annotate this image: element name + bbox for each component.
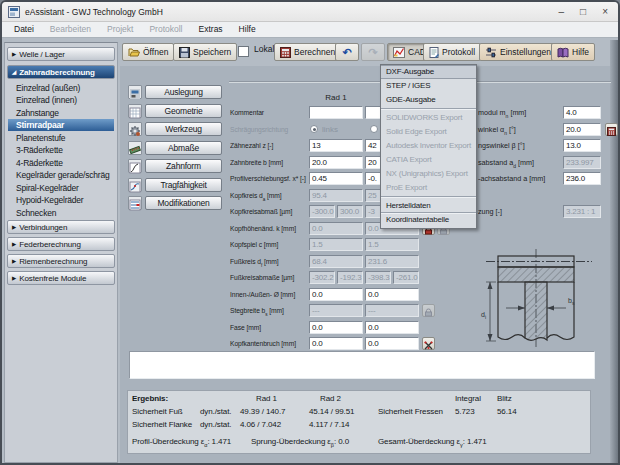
fase-rad2-field[interactable]: 0.0 (365, 321, 419, 334)
results-header-integral: Integral (455, 394, 481, 403)
menu-item-solid-edge-export: Solid Edge Export (381, 125, 476, 139)
zaehnezahl-rad1-field[interactable]: 13 (309, 139, 363, 152)
schraegungsrichtung-label: Schrägungsrichtung (230, 123, 288, 136)
sicherheit-fuss-rad2-value: 45.14 / 99.51 (309, 407, 354, 416)
fusskreisabmasse-rad2-upper-field: -398.3 (365, 271, 391, 284)
kopfkantenbruch-rad2-field[interactable]: 0.0 (365, 337, 419, 350)
menu-datei[interactable]: Datei (6, 22, 42, 37)
menu-hilfe[interactable]: Hilfe (231, 22, 264, 37)
sicherheit-flanke-mode: dyn./stat. (200, 420, 231, 429)
sidebar-group-welle-lager[interactable]: ▶Welle / Lager (7, 47, 115, 61)
calculate-button[interactable]: Berechnen (274, 43, 341, 61)
nav-geometrie-button[interactable]: Geometrie (145, 104, 222, 118)
zahnbreite-rad1-field[interactable]: 20.0 (309, 156, 363, 169)
sidebar-item-4-raederkette[interactable]: 4-Räderkette (8, 157, 114, 169)
sidebar-item-3-raederkette[interactable]: 3-Räderkette (8, 144, 114, 156)
undo-icon: ↶ (342, 45, 351, 60)
menu-item-step-iges[interactable]: STEP / IGES (381, 79, 476, 93)
eingriffswinkel-calculator-button[interactable] (605, 123, 618, 136)
open-button[interactable]: Öffnen (122, 43, 174, 61)
kommentar-rad1-field[interactable] (309, 106, 363, 119)
betriebsachsabstand-label: -achsabstand a [mm] (478, 172, 545, 185)
sidebar-item-planetenstufe[interactable]: Planetenstufe (8, 132, 114, 144)
kopfkreis-label: Kopfkreis da [mm] (230, 189, 282, 206)
sidebar-item-einzelrad-aussen[interactable]: Einzelrad (außen) (8, 82, 114, 94)
sidebar-group-federberechnung[interactable]: ▶Federberechnung (7, 237, 115, 251)
sidebar-group-verbindungen[interactable]: ▶Verbindungen (7, 220, 115, 234)
normalmodul-label: modul mn [mm] (478, 106, 526, 123)
save-button[interactable]: Speichern (173, 43, 237, 61)
undo-button[interactable]: ↶ (335, 43, 359, 61)
collapsed-arrow-icon: ▶ (12, 241, 16, 247)
kopfkreisabmass-rad1-upper-field: -300.0 (309, 205, 335, 218)
kopfspiel-rad2-field: 1.5 (365, 238, 419, 251)
sidebar-item-zahnstange[interactable]: Zahnstange (8, 107, 114, 119)
kopfkantenbruch-detail-button[interactable] (422, 337, 435, 350)
nav-tragfaehigkeit-button[interactable]: Tragfähigkeit (145, 178, 222, 192)
window-right-shade (610, 40, 618, 465)
sidebar-item-einzelrad-innen[interactable]: Einzelrad (innen) (8, 94, 114, 106)
sidebar-item-schnecken[interactable]: Schnecken (8, 207, 114, 219)
tragfaehigkeit-icon (128, 178, 142, 192)
nav-auslegung-button[interactable]: Auslegung (145, 85, 222, 99)
profilverschiebung-label: Profilverschiebungsf. x* [-] (230, 172, 306, 185)
profilverschiebung-rad1-field[interactable]: 0.45 (309, 172, 363, 185)
uebersetzung-field: 3.231 : 1 (563, 205, 601, 218)
menu-item-autodesk-inventor-export: Autodesk Inventor Export (381, 139, 476, 153)
schraegungswinkel-field[interactable]: 13.0 (563, 139, 601, 152)
results-panel: Ergebnis: Rad 1 Rad 2 Integral Blitz Sic… (127, 390, 591, 454)
sidebar-item-stirnradpaar[interactable]: Stirnradpaar (8, 119, 114, 131)
local-checkbox[interactable] (238, 46, 249, 57)
sicherheit-flanke-rad1-value: 4.06 / 7.042 (240, 420, 281, 429)
menu-item-koordinatentabelle[interactable]: Koordinatentabelle (381, 213, 476, 227)
menu-separator (381, 196, 476, 197)
nav-werkzeug-button[interactable]: Werkzeug (145, 122, 222, 136)
kopfkantenbruch-rad1-field[interactable]: 0.0 (309, 337, 363, 350)
sicherheit-fressen-integral-value: 5.723 (455, 407, 475, 416)
protocol-button[interactable]: Protokoll (423, 43, 481, 61)
menu-extras[interactable]: Extras (191, 22, 231, 37)
fusskreisabmasse-label: Fußkreisabmaße [µm] (230, 271, 294, 284)
innen-aussen-rad1-field[interactable]: 0.0 (309, 288, 363, 301)
sidebar-item-spiral-kegelraeder[interactable]: Spiral-Kegelräder (8, 182, 114, 194)
eingriffswinkel-field[interactable]: 20.0 (563, 123, 601, 136)
sidebar-item-hypoid-kegelraeder[interactable]: Hypoid-Kegelräder (8, 194, 114, 206)
betriebsachsabstand-field[interactable]: 236.0 (563, 172, 601, 185)
inner-diameter-dimension-label: di (481, 311, 486, 320)
zaehnezahl-label: Zähnezahl z [-] (230, 139, 273, 152)
fusskreisabmasse-rad1-upper-field: -302.2 (309, 271, 335, 284)
minimize-button[interactable]: – (559, 3, 565, 21)
help-button[interactable]: Hilfe (551, 43, 595, 61)
menu-item-herstelldaten[interactable]: Herstelldaten (381, 199, 476, 213)
links-radio (310, 125, 318, 133)
nav-abmasse-button[interactable]: Abmaße (145, 141, 222, 155)
sidebar-group-kostenfreie-module[interactable]: ▶Kostenfreie Module (7, 271, 115, 285)
results-title: Ergebnis: (132, 394, 168, 403)
eingriffswinkel-label: winkel αn [°] (478, 123, 516, 140)
menu-bearbeiten: Bearbeiten (42, 22, 99, 37)
sicherheit-fuss-label: Sicherheit Fuß (132, 407, 183, 416)
kopfhoehenaenderung-label: Kopfhöhenänd. k [mm] (230, 222, 296, 235)
results-header-blitz: Blitz (497, 394, 512, 403)
close-button[interactable]: × (602, 3, 608, 21)
nav-zahnform-button[interactable]: Zahnform (145, 159, 222, 173)
sidebar-group-zahnradberechnung[interactable]: ◢Zahnradberechnung (7, 65, 115, 79)
fase-label: Fase [mm] (230, 321, 261, 334)
expanded-arrow-icon: ◢ (12, 69, 16, 75)
fusskreis-label: Fußkreis df [mm] (230, 255, 278, 272)
menu-item-dxf-ausgabe[interactable]: DXF-Ausgabe (381, 65, 476, 79)
menu-item-gde-ausgabe[interactable]: GDE-Ausgabe (381, 93, 476, 107)
settings-button[interactable]: Einstellungen (479, 43, 557, 61)
param-row: zung [-] 3.231 : 1 (478, 205, 618, 218)
innen-aussen-rad2-field[interactable]: 0.0 (365, 288, 419, 301)
innen-aussen-durchmesser-label: Innen-/Außen- Ø [mm] (230, 288, 295, 301)
fase-rad1-field[interactable]: 0.0 (309, 321, 363, 334)
kopfkreis-rad1-field: 95.4 (309, 189, 363, 202)
kommentar-label: Kommentar (230, 106, 264, 119)
settings-sliders-icon (485, 47, 497, 58)
sidebar-item-kegelraeder[interactable]: Kegelräder gerade/schräg (8, 169, 114, 181)
normalmodul-field[interactable]: 4.0 (563, 106, 601, 119)
maximize-button[interactable]: □ (580, 3, 586, 21)
sidebar-group-riemenberechnung[interactable]: ▶Riemenberechnung (7, 254, 115, 268)
nav-modifikationen-button[interactable]: Modifikationen (145, 196, 222, 210)
